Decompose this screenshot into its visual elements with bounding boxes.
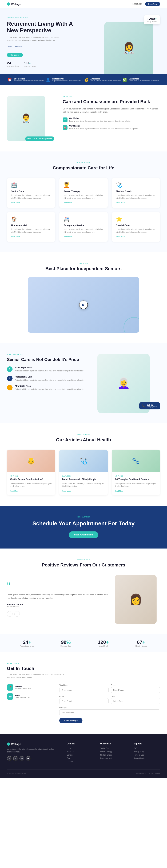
- video-tag: The Place: [7, 263, 160, 265]
- next-button[interactable]: ›: [14, 611, 20, 617]
- service-read-more-5[interactable]: Read More: [116, 236, 156, 238]
- footer-link-1-0[interactable]: Senior Care: [100, 747, 127, 749]
- footer-link-0-3[interactable]: Blog: [67, 757, 93, 759]
- contact-desc: Lorem ipsum dolor sit amet, consectetur …: [7, 673, 66, 679]
- contact-info-items: 📍 Address 123 Main Street, City ✉️ Email…: [7, 684, 55, 700]
- social-linkedin[interactable]: in: [19, 756, 24, 761]
- feature-desc-2: Aliquot enim ad minima veniam consectetu…: [90, 80, 121, 82]
- stat-success: 99% Success Patients: [24, 61, 36, 67]
- why-text-1: Professional Care Proin ut ex id libero …: [14, 376, 84, 381]
- play-button[interactable]: ▶: [79, 301, 88, 309]
- services-title: Compassionate Care for Life: [7, 165, 160, 171]
- why-text-0: Years Experience Proin ut ex id libero d…: [14, 366, 84, 372]
- why-content: Why Choose Us Senior Care is Not Our Job…: [7, 354, 90, 413]
- footer-link-2-2[interactable]: Terms of Use: [134, 754, 160, 756]
- footer-link-2-1[interactable]: Privacy Policy: [134, 751, 160, 753]
- book-appointment-button[interactable]: Book Appointment: [69, 531, 98, 538]
- about-main-image: 👨‍⚕️: [7, 96, 45, 141]
- blog-tag: Blog & News: [7, 434, 160, 436]
- stats-num-3: 67+: [135, 640, 147, 645]
- service-read-more-2[interactable]: Read More: [116, 202, 156, 204]
- footer-link-0-2[interactable]: Services: [67, 754, 93, 756]
- stats-item-1: 99% Success Rate: [60, 640, 71, 647]
- social-twitter[interactable]: t: [13, 756, 18, 761]
- service-read-more-1[interactable]: Read More: [64, 202, 103, 204]
- form-label-message: Message: [59, 707, 160, 709]
- why-num-1: 2: [7, 376, 12, 381]
- stats-label-1: Success Rate: [60, 645, 71, 647]
- service-card-4: 🚑 Emergency Service Lorem ipsum dolor si…: [59, 212, 108, 242]
- testimonials-tag: Testimonials: [7, 559, 160, 561]
- form-group-phone: Phone: [111, 684, 160, 693]
- form-input-name[interactable]: [59, 687, 109, 693]
- footer-terms[interactable]: Terms of Service: [149, 773, 160, 774]
- footer-links-0: Home About Us Services Blog Contact: [67, 747, 93, 763]
- stats-item-0: 24+ Years Experience: [20, 640, 34, 647]
- stats-label-3: Healthy Elders: [135, 645, 147, 647]
- footer-link-0-0[interactable]: Home: [67, 747, 93, 749]
- hero-content: Senior Care Service Retirement Living Wi…: [0, 8, 90, 74]
- stats-item-2: 120+ Expert Staff: [98, 640, 109, 647]
- testimonial-author: Amanda Griffins: [7, 603, 108, 606]
- why-item-2: 3 Affordable Price Proin ut ex id libero…: [7, 385, 90, 391]
- form-input-message[interactable]: [59, 709, 160, 715]
- service-read-more-0[interactable]: Read More: [11, 202, 51, 204]
- footer-link-1-2[interactable]: Medical Check: [100, 754, 127, 756]
- footer-privacy[interactable]: Privacy Policy: [136, 773, 145, 774]
- logo-dot: [7, 2, 10, 6]
- testimonials-section: Testimonials Positive Reviews From Our C…: [0, 549, 167, 634]
- form-input-email[interactable]: [59, 698, 109, 704]
- footer-link-1-1[interactable]: Senior Therapy: [100, 751, 127, 753]
- service-desc-2: Lorem ipsum dolor sit amet, consectetur …: [116, 194, 156, 199]
- book-now-button[interactable]: Book Now: [145, 2, 160, 6]
- footer-link-2-3[interactable]: Support Center: [134, 757, 160, 759]
- homecare-icon: 🏠: [11, 216, 51, 222]
- form-group-message: Message: [59, 707, 160, 715]
- footer-link-0-1[interactable]: About Us: [67, 751, 93, 753]
- service-name-5: Special Care: [116, 224, 156, 226]
- badge-number: 1240+: [147, 17, 157, 21]
- social-youtube[interactable]: ▶: [26, 756, 31, 761]
- form-group-email: Email: [59, 695, 109, 704]
- footer-link-2-0[interactable]: FAQ: [134, 747, 160, 749]
- blog-read-more-1[interactable]: Read More: [62, 490, 71, 492]
- why-item-1: 2 Professional Care Proin ut ex id liber…: [7, 376, 90, 381]
- prev-button[interactable]: ‹: [7, 611, 12, 617]
- footer-link-1-3[interactable]: Homecare Visit: [100, 757, 127, 759]
- call-info: Call Us Call (00) 00 00: [147, 404, 157, 408]
- get-started-button[interactable]: Get Started: [7, 53, 23, 57]
- feature-item-1: 👤 Professional Aliquot enim ad minima ve…: [46, 78, 83, 82]
- about-desc: Lorem ipsum dolor sit amet, consectetur …: [62, 107, 160, 114]
- footer-col-quicklinks: Quicklinks Senior Care Senior Therapy Me…: [100, 743, 127, 763]
- blog-section: Blog & News Our Articles About Health 👴 …: [0, 423, 167, 506]
- why-item-desc-1: Proin ut ex id libero dignissim euismod.…: [14, 379, 84, 381]
- form-input-phone[interactable]: [111, 687, 160, 693]
- testimonial-wrapper: " Lorem ipsum dolor sit amet, consectetu…: [7, 575, 160, 624]
- submit-button[interactable]: Send Message: [59, 718, 82, 723]
- testimonial-content: " Lorem ipsum dolor sit amet, consectetu…: [7, 582, 108, 617]
- footer-col-support: Support FAQ Privacy Policy Terms of Use …: [134, 743, 160, 763]
- service-read-more-3[interactable]: Read More: [11, 236, 51, 238]
- footer-link-0-4[interactable]: Contact: [67, 761, 93, 763]
- social-facebook[interactable]: f: [7, 756, 12, 761]
- blog-read-more-0[interactable]: Read More: [10, 490, 18, 492]
- service-desc-4: Lorem ipsum dolor sit amet, consectetur …: [64, 228, 103, 234]
- service-read-more-4[interactable]: Read More: [64, 236, 103, 238]
- footer-desc: Lorem ipsum dolor sit amet consectetur a…: [7, 748, 60, 753]
- why-text-2: Affordable Price Proin ut ex id libero d…: [14, 385, 84, 391]
- call-number: Call (00) 00 00: [147, 406, 157, 408]
- service-desc-5: Lorem ipsum dolor sit amet, consectetur …: [116, 228, 156, 234]
- stats-num-0: 24+: [20, 640, 34, 645]
- blog-read-more-2[interactable]: Read More: [115, 490, 123, 492]
- hero-links: Home About Us: [7, 45, 83, 48]
- hero-link-about[interactable]: About Us: [15, 45, 22, 48]
- footer-brand-name: Wellage: [11, 743, 21, 745]
- form-input-date[interactable]: [111, 698, 160, 704]
- address-value: 123 Main Street, City: [15, 687, 31, 689]
- footer-links-2: FAQ Privacy Policy Terms of Use Support …: [134, 747, 160, 759]
- hero-link-home[interactable]: Home: [7, 45, 12, 48]
- footer-policy-links: Privacy Policy Terms of Service: [136, 773, 160, 774]
- service-name-1: Senior Therapy: [64, 190, 103, 193]
- address-icon: 📍: [7, 684, 13, 690]
- services-section: Our Services Compassionate Care for Life…: [0, 152, 167, 252]
